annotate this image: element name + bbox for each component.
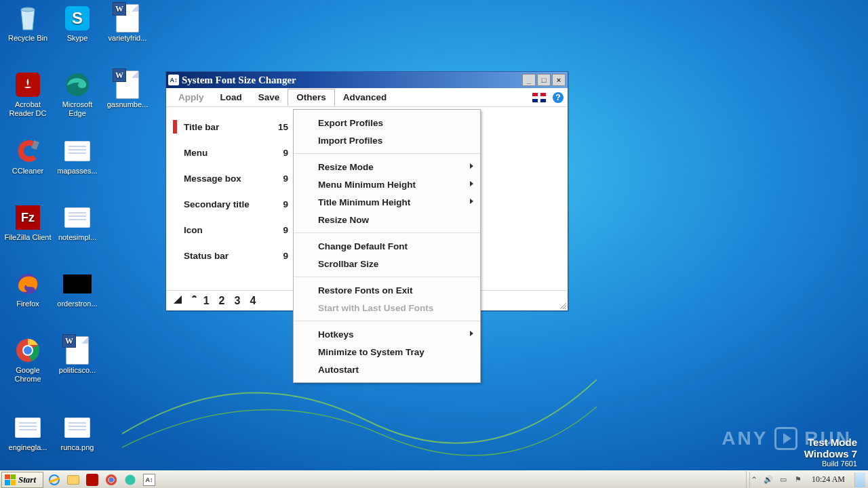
desktop-icon-varietyfrid[interactable]: varietyfrid... <box>103 4 152 43</box>
enginegla-icon <box>14 413 42 442</box>
tray-overflow-icon[interactable]: ⌃ <box>749 472 759 487</box>
footer-tool-5[interactable]: 4 <box>250 295 256 307</box>
desktop-icon-acrobat[interactable]: Acrobat Reader DC <box>3 70 52 118</box>
taskbar-clock[interactable]: 10:24 AM <box>808 474 849 485</box>
menu-save[interactable]: Save <box>250 89 288 105</box>
menu-item-label: Menu Minimum Height <box>318 180 416 190</box>
menu-item-restore-fonts-on-exit[interactable]: Restore Fonts on Exit <box>294 281 480 299</box>
row-indicator <box>173 146 177 159</box>
resize-grip-icon[interactable] <box>558 301 566 309</box>
desktop-icon-notesimpl[interactable]: notesimpl... <box>53 203 102 242</box>
start-button[interactable]: Start <box>1 472 43 488</box>
gasnumbe-icon <box>113 70 142 99</box>
desktop-icon-label: orderstron... <box>53 300 102 308</box>
desktop-icon-label: gasnumbe... <box>103 100 152 109</box>
row-label: Menu <box>184 148 272 158</box>
desktop-icon-label: runca.png <box>53 443 102 452</box>
desktop-icon-gasnumbe[interactable]: gasnumbe... <box>103 70 152 109</box>
tray-network-icon[interactable]: ▭ <box>778 474 789 485</box>
row-label: Message box <box>184 174 272 184</box>
notesimpl-icon <box>63 203 92 232</box>
titlebar[interactable]: A↕ System Font Size Changer _ □ × <box>166 72 568 88</box>
show-desktop-button[interactable] <box>854 472 865 487</box>
footer-tool-1[interactable]: ˆˆ <box>192 295 194 307</box>
footer-tool-3[interactable]: 2 <box>219 295 225 307</box>
menu-item-hotkeys[interactable]: Hotkeys <box>294 325 480 343</box>
menu-load[interactable]: Load <box>212 89 250 105</box>
window-title: System Font Size Changer <box>182 75 521 86</box>
play-icon <box>774 427 797 450</box>
menu-item-label: Scrollbar Size <box>318 259 378 269</box>
desktop-icon-recycle-bin[interactable]: Recycle Bin <box>3 4 52 43</box>
menu-advanced[interactable]: Advanced <box>335 89 395 105</box>
desktop-icon-firefox[interactable]: Firefox <box>3 270 52 308</box>
menu-item-menu-minimum-height[interactable]: Menu Minimum Height <box>294 176 480 193</box>
desktop-icon-label: politicsco... <box>53 366 102 375</box>
menu-item-scrollbar-size[interactable]: Scrollbar Size <box>294 255 480 272</box>
submenu-arrow-icon <box>470 331 473 336</box>
desktop-icon-mapasses[interactable]: mapasses... <box>53 137 102 176</box>
row-value: 9 <box>272 251 288 261</box>
desktop-icon-chrome[interactable]: Google Chrome <box>3 336 52 384</box>
desktop-icon-politicsco[interactable]: politicsco... <box>53 336 102 375</box>
orderstron-icon <box>63 270 92 298</box>
footer-tool-0[interactable] <box>173 295 182 307</box>
taskbar-app-acrobat[interactable] <box>84 472 100 487</box>
menu-item-import-profiles[interactable]: Import Profiles <box>294 131 480 149</box>
menu-others[interactable]: Others <box>288 89 335 106</box>
row-label: Status bar <box>184 251 272 261</box>
desktop-icon-edge[interactable]: Microsoft Edge <box>53 70 102 118</box>
footer-tool-4[interactable]: 3 <box>234 295 240 307</box>
maximize-button[interactable]: □ <box>537 74 551 86</box>
svg-point-0 <box>21 7 35 12</box>
menu-item-minimize-to-system-tray[interactable]: Minimize to System Tray <box>294 343 480 361</box>
menu-item-resize-now[interactable]: Resize Now <box>294 211 480 228</box>
menu-item-resize-mode[interactable]: Resize Mode <box>294 158 480 176</box>
desktop-icon-label: CCleaner <box>3 167 52 176</box>
taskbar-app-chrome[interactable] <box>103 472 119 487</box>
mapasses-icon <box>63 137 92 165</box>
svg-point-8 <box>109 477 114 482</box>
desktop-icon-orderstron[interactable]: orderstron... <box>53 270 102 308</box>
row-value: 9 <box>272 148 288 158</box>
acrobat-icon <box>14 70 42 99</box>
row-value: 9 <box>272 174 288 184</box>
row-value: 9 <box>272 225 288 235</box>
language-flag-icon[interactable] <box>532 93 546 102</box>
row-indicator <box>173 223 177 237</box>
menu-item-label: Title Minimum Height <box>318 197 410 207</box>
submenu-arrow-icon <box>470 163 473 169</box>
taskbar-app-edge[interactable] <box>122 472 138 487</box>
menu-item-title-minimum-height[interactable]: Title Minimum Height <box>294 193 480 211</box>
desktop-icon-label: Microsoft Edge <box>53 100 102 118</box>
menu-item-label: Import Profiles <box>318 136 382 146</box>
taskbar-app-app[interactable]: A↕ <box>141 472 157 487</box>
help-icon[interactable]: ? <box>553 92 564 103</box>
desktop-icon-filezilla[interactable]: FzFileZilla Client <box>3 203 52 242</box>
tray-volume-icon[interactable]: 🔊 <box>763 474 774 485</box>
svg-point-6 <box>24 346 32 354</box>
desktop-icon-ccleaner[interactable]: CCleaner <box>3 137 52 176</box>
close-button[interactable]: × <box>552 74 566 86</box>
taskbar: Start A↕ ⌃ 🔊 ▭ ⚑ 10:24 AM <box>0 470 868 488</box>
desktop-icon-skype[interactable]: SSkype <box>53 4 102 43</box>
svg-point-10 <box>125 474 135 485</box>
menu-item-label: Minimize to System Tray <box>318 347 425 357</box>
menu-apply[interactable]: Apply <box>170 89 212 105</box>
desktop-icon-label: FileZilla Client <box>3 233 52 242</box>
taskbar-app-ie[interactable] <box>46 472 62 487</box>
menu-item-change-default-font[interactable]: Change Default Font <box>294 237 480 255</box>
row-indicator <box>173 249 177 262</box>
menubar: Apply Load Save Others Advanced ? <box>166 88 568 107</box>
footer-tool-2[interactable]: 1 <box>203 295 210 307</box>
desktop-icon-label: Skype <box>53 34 102 43</box>
taskbar-app-explorer[interactable] <box>65 472 81 487</box>
tray-flag-icon[interactable]: ⚑ <box>793 474 804 485</box>
menu-item-autostart[interactable]: Autostart <box>294 361 480 378</box>
desktop-icon-enginegla[interactable]: enginegla... <box>3 413 52 452</box>
menu-item-export-profiles[interactable]: Export Profiles <box>294 114 480 131</box>
desktop-icon-runca[interactable]: runca.png <box>53 413 102 452</box>
menu-item-label: Autostart <box>318 365 359 375</box>
desktop-icon-label: varietyfrid... <box>103 34 152 43</box>
minimize-button[interactable]: _ <box>522 74 536 86</box>
